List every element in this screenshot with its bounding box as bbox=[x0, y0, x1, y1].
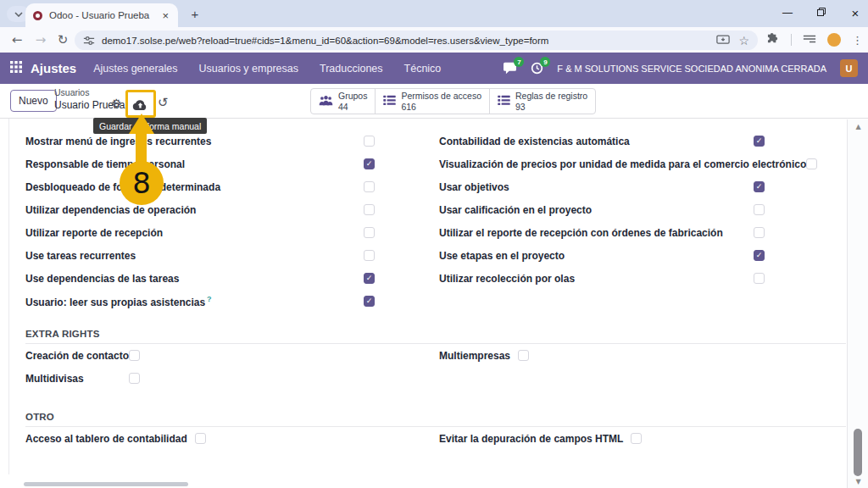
menu-item-usuarios-y-empresas[interactable]: Usuarios y empresas bbox=[199, 63, 298, 75]
stat-text: Reglas de registro93 bbox=[515, 91, 587, 112]
section-row: Multidivisas bbox=[25, 367, 846, 390]
list-icon bbox=[383, 94, 396, 109]
field-label-visualizacion-de-precios-por-unidad-de-medida-para-el-comercio-electronico: Visualización de precios por unidad de m… bbox=[439, 158, 806, 170]
new-button[interactable]: Nuevo bbox=[10, 90, 57, 112]
checkbox-utilizar-el-reporte-de-recepcion-con-ordenes-de-fabricacion[interactable] bbox=[754, 227, 765, 238]
browser-menu-icon[interactable]: ⋮ bbox=[852, 34, 863, 47]
refresh-icon[interactable]: ↻ bbox=[53, 30, 73, 50]
install-app-icon[interactable] bbox=[716, 35, 730, 46]
activity-badge: 9 bbox=[540, 57, 550, 67]
checkbox-utilizar-reporte-de-recepcion[interactable] bbox=[364, 227, 375, 238]
user-avatar[interactable]: U bbox=[840, 59, 858, 77]
form-row-use-etapas-en-el-proyecto: Use etapas en el proyecto✓ bbox=[439, 244, 765, 267]
field-label-usar-calificacion-en-el-proyecto: Usar calificación en el proyecto bbox=[439, 204, 592, 216]
app-name[interactable]: Ajustes bbox=[31, 61, 76, 75]
checkbox-multidivisas[interactable] bbox=[129, 373, 140, 384]
form-row-usar-calificacion-en-el-proyecto: Usar calificación en el proyecto bbox=[439, 198, 765, 221]
annotation-step-number: 8 bbox=[120, 161, 164, 205]
field-label-mostrar-menu-de-ingresos-recurrentes: Mostrar menú de ingresos recurrentes bbox=[25, 136, 211, 147]
checkbox-use-dependencias-de-las-tareas[interactable]: ✓ bbox=[364, 273, 375, 284]
menu-item-tecnico[interactable]: Técnico bbox=[404, 63, 442, 75]
form-row-usar-objetivos: Usar objetivos✓ bbox=[439, 175, 765, 198]
section-extra-rights: EXTRA RIGHTSCreación de contactoMultiemp… bbox=[25, 329, 846, 390]
field-label-utilizar-recoleccion-por-olas: Utilizar recolección por olas bbox=[439, 273, 575, 285]
close-button[interactable]: × bbox=[849, 6, 861, 20]
back-icon[interactable]: ← bbox=[7, 30, 27, 50]
scrollbar-thumb[interactable] bbox=[854, 429, 862, 476]
section-title: EXTRA RIGHTS bbox=[25, 329, 846, 344]
company-name[interactable]: F & M SOLUTIONS SERVICE SOCIEDAD ANONIMA… bbox=[557, 64, 826, 74]
odoo-favicon-icon bbox=[33, 11, 42, 20]
section-row: Acceso al tablero de contabilidadEvitar … bbox=[25, 427, 846, 450]
checkbox-mostrar-menu-de-ingresos-recurrentes[interactable] bbox=[364, 136, 375, 147]
field-label-creacion-de-contacto: Creación de contacto bbox=[25, 350, 121, 362]
address-bar[interactable]: demo17.solse.pe/web?reload=true#cids=1&m… bbox=[75, 30, 758, 50]
restore-icon bbox=[817, 8, 826, 16]
field-label-multiempresas: Multiempresas bbox=[439, 350, 510, 362]
checkbox-contabilidad-de-existencias-automatica[interactable]: ✓ bbox=[754, 136, 765, 147]
save-highlight-box bbox=[125, 90, 156, 118]
site-info-icon[interactable] bbox=[83, 35, 95, 47]
vertical-scrollbar[interactable]: ▲ ▼ bbox=[847, 119, 868, 488]
toolbar-divider bbox=[791, 34, 792, 46]
menu-item-ajustes-generales[interactable]: Ajustes generales bbox=[93, 63, 177, 75]
section-field-evitar-la-depuracion-de-campos-html: Evitar la depuración de campos HTML bbox=[439, 427, 642, 450]
tab-title: Odoo - Usuario Prueba bbox=[49, 10, 160, 20]
browser-tab[interactable]: Odoo - Usuario Prueba × bbox=[25, 3, 178, 27]
gear-icon[interactable]: ⚙ bbox=[111, 97, 122, 110]
checkbox-usar-calificacion-en-el-proyecto[interactable] bbox=[754, 204, 765, 215]
activity-button[interactable]: 9 bbox=[531, 62, 543, 75]
form-row-responsable-de-tiempo-personal: Responsable de tiempo personal✓ bbox=[25, 152, 375, 175]
help-icon[interactable]: ? bbox=[207, 295, 212, 303]
users-icon bbox=[319, 94, 333, 109]
scroll-down-icon[interactable]: ▼ bbox=[848, 478, 868, 485]
discard-undo-icon[interactable]: ↺ bbox=[158, 95, 169, 110]
checkbox-utilizar-dependencias-de-operacion[interactable] bbox=[364, 204, 375, 215]
checkbox-acceso-al-tablero-de-contabilidad[interactable] bbox=[195, 433, 206, 444]
checkbox-use-etapas-en-el-proyecto[interactable]: ✓ bbox=[754, 250, 765, 261]
extensions-icon[interactable] bbox=[767, 32, 780, 48]
field-label-responsable-de-tiempo-personal: Responsable de tiempo personal bbox=[25, 158, 185, 170]
new-tab-button[interactable]: + bbox=[186, 5, 203, 22]
url-text[interactable]: demo17.solse.pe/web?reload=true#cids=1&m… bbox=[102, 36, 708, 46]
checkbox-utilizar-recoleccion-por-olas[interactable] bbox=[754, 273, 765, 284]
stat-button-permisos-de-acceso[interactable]: Permisos de acceso616 bbox=[375, 88, 490, 114]
odoo-menu: Ajustes generalesUsuarios y empresasTrad… bbox=[93, 63, 441, 75]
field-label-acceso-al-tablero-de-contabilidad: Acceso al tablero de contabilidad bbox=[25, 433, 187, 445]
checkbox-visualizacion-de-precios-por-unidad-de-medida-para-el-comercio-electronico[interactable] bbox=[806, 158, 817, 169]
menu-item-traducciones[interactable]: Traducciones bbox=[320, 63, 383, 75]
window-controls: — × bbox=[782, 0, 861, 25]
stat-button-reglas-de-registro[interactable]: Reglas de registro93 bbox=[489, 88, 596, 114]
field-label-utilizar-reporte-de-recepcion: Utilizar reporte de recepción bbox=[25, 227, 163, 239]
sheet-border bbox=[8, 119, 9, 474]
checkbox-usuario-leer-sus-propias-asistencias[interactable]: ✓ bbox=[364, 296, 375, 307]
checkbox-usar-objetivos[interactable]: ✓ bbox=[754, 181, 765, 192]
field-label-utilizar-el-reporte-de-recepcion-con-ordenes-de-fabricacion: Utilizar el reporte de recepción con órd… bbox=[439, 227, 723, 239]
minimize-button[interactable]: — bbox=[782, 7, 793, 19]
checkbox-use-tareas-recurrentes[interactable] bbox=[364, 250, 375, 261]
apps-grid-icon[interactable] bbox=[10, 61, 22, 76]
stat-value: 44 bbox=[338, 102, 367, 113]
form-row-desbloqueado-de-forma-predeterminada: Desbloqueado de forma predeterminada bbox=[25, 175, 375, 198]
chat-button[interactable]: 7 bbox=[503, 62, 517, 75]
restore-button[interactable] bbox=[815, 7, 827, 19]
forward-icon[interactable]: → bbox=[31, 30, 51, 50]
field-label-use-tareas-recurrentes: Use tareas recurrentes bbox=[25, 250, 136, 262]
section-field-multiempresas: Multiempresas bbox=[439, 344, 529, 367]
scroll-up-icon[interactable]: ▲ bbox=[848, 123, 868, 130]
checkbox-desbloqueado-de-forma-predeterminada[interactable] bbox=[364, 181, 375, 192]
bookmark-star-icon[interactable]: ☆ bbox=[738, 34, 749, 47]
stat-button-grupos[interactable]: Grupos44 bbox=[310, 88, 376, 114]
horizontal-scrollbar-thumb[interactable] bbox=[24, 482, 188, 486]
form-row-utilizar-el-reporte-de-recepcion-con-ordenes-de-fabricacion: Utilizar el reporte de recepción con órd… bbox=[439, 221, 765, 244]
tab-close-icon[interactable]: × bbox=[160, 9, 170, 22]
checkbox-creacion-de-contacto[interactable] bbox=[129, 350, 140, 361]
checkbox-multiempresas[interactable] bbox=[518, 350, 529, 361]
stat-text: Permisos de acceso616 bbox=[401, 91, 481, 112]
field-label-utilizar-dependencias-de-operacion: Utilizar dependencias de operación bbox=[25, 204, 196, 216]
checkbox-responsable-de-tiempo-personal[interactable]: ✓ bbox=[364, 158, 375, 169]
profile-avatar[interactable] bbox=[827, 33, 841, 47]
field-label-use-dependencias-de-las-tareas: Use dependencias de las tareas bbox=[25, 273, 179, 285]
sidebar-icon[interactable] bbox=[803, 32, 816, 47]
checkbox-evitar-la-depuracion-de-campos-html[interactable] bbox=[631, 433, 642, 444]
